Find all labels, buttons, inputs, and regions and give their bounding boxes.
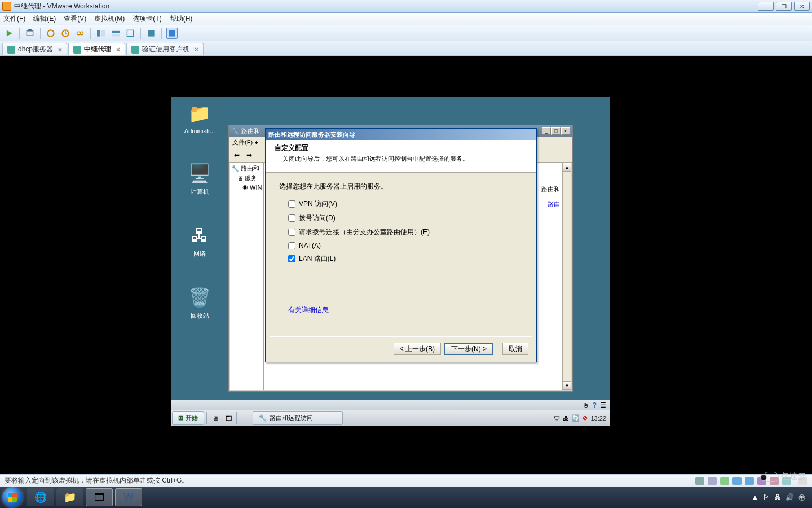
fullscreen-icon[interactable] <box>145 28 157 39</box>
back-button[interactable]: < 上一步(B) <box>394 343 441 355</box>
svg-rect-9 <box>112 30 120 33</box>
minimize-button[interactable]: _ <box>542 127 551 135</box>
tab-dhcp[interactable]: dhcp服务器 × <box>2 43 67 55</box>
tree-win[interactable]: ◉ WIN <box>231 183 262 191</box>
menu-file[interactable]: 文件(F) <box>3 14 25 24</box>
menu-icon[interactable]: ☰ <box>600 401 606 409</box>
tree-server[interactable]: 🖥 服务 <box>231 173 262 183</box>
scroll-down-icon[interactable]: ▼ <box>563 381 571 390</box>
desktop-icon-network[interactable]: 🖧 网络 <box>180 223 219 258</box>
checkbox-demand[interactable] <box>288 229 295 236</box>
host-task-ie[interactable]: 🌐 <box>27 488 54 506</box>
help-icon[interactable]: ? <box>593 401 597 409</box>
close-icon[interactable]: × <box>116 46 120 54</box>
info-icon[interactable]: 🖱 <box>582 401 589 409</box>
menu-file[interactable]: 文件(F) <box>232 138 253 147</box>
device-floppy-icon[interactable] <box>720 477 729 485</box>
host-task-explorer[interactable]: 📁 <box>56 488 83 506</box>
checkbox-nat[interactable] <box>288 242 295 249</box>
snapshot-icon[interactable] <box>24 28 36 39</box>
option-vpn[interactable]: VPN 访问(V) <box>279 197 523 211</box>
svg-rect-1 <box>27 30 33 35</box>
vm-icon <box>131 46 139 54</box>
maximize-button[interactable]: □ <box>551 127 561 135</box>
svg-point-6 <box>80 32 83 35</box>
snapshot-take-icon[interactable] <box>45 28 56 39</box>
menu-vm[interactable]: 虚拟机(M) <box>94 14 125 24</box>
mmc-tree[interactable]: 🔧 路由和 🖥 服务 ◉ WIN <box>230 163 264 390</box>
start-button[interactable]: ⊞ 开始 <box>172 411 204 425</box>
checkbox-lan[interactable] <box>288 255 295 262</box>
separator <box>161 28 162 39</box>
separator <box>206 412 207 424</box>
close-icon[interactable]: × <box>58 46 62 54</box>
back-icon[interactable]: ⬅ <box>231 150 242 161</box>
option-dial[interactable]: 拨号访问(D) <box>279 211 523 225</box>
menu-view[interactable]: 查看(V) <box>64 14 86 24</box>
power-on-icon[interactable] <box>3 28 15 39</box>
cancel-button[interactable]: 取消 <box>502 343 528 355</box>
tray-ime-icon[interactable]: ㊥ <box>798 493 805 502</box>
tray-network-icon[interactable]: 🖧 <box>563 415 569 422</box>
tab-client[interactable]: 验证使用客户机 × <box>126 43 204 55</box>
tab-label: 验证使用客户机 <box>142 45 189 54</box>
option-lan[interactable]: LAN 路由(L) <box>279 252 523 266</box>
wizard-titlebar[interactable]: 路由和远程访问服务器安装向导 <box>266 129 536 140</box>
desktop-icon-admin[interactable]: 📁 Administr... <box>180 101 219 134</box>
device-network-icon[interactable] <box>732 477 742 485</box>
view-thumbnail-icon[interactable] <box>110 28 121 39</box>
taskbar-item-rras[interactable]: 🔧 路由和远程访问 <box>253 411 343 425</box>
option-nat[interactable]: NAT(A) <box>279 239 523 252</box>
menu-more[interactable]: ♦ <box>255 139 258 146</box>
snapshot-revert-icon[interactable] <box>60 28 71 39</box>
minimize-button[interactable]: — <box>758 2 774 11</box>
wizard-title: 路由和远程访问服务器安装向导 <box>268 130 355 139</box>
view-unity-icon[interactable] <box>125 28 136 39</box>
tray-update-icon[interactable]: 🔄 <box>572 414 580 422</box>
tab-relay[interactable]: 中继代理 × <box>68 43 125 55</box>
tray-network-icon[interactable]: 🖧 <box>774 493 781 501</box>
host-task-vmware[interactable]: 🗔 <box>86 488 113 506</box>
menu-edit[interactable]: 编辑(E) <box>33 14 56 24</box>
device-network2-icon[interactable] <box>745 477 754 485</box>
close-button[interactable]: ✕ <box>794 2 810 11</box>
content-link[interactable]: 路由 <box>548 200 560 208</box>
close-icon[interactable]: × <box>195 46 198 54</box>
view-console-icon[interactable] <box>95 28 107 39</box>
scroll-up-icon[interactable]: ▲ <box>563 163 571 172</box>
vm-display-area[interactable]: 📁 Administr... 🖥️ 计算机 🖧 网络 🗑️ 回收站 🔧 路由和 … <box>0 56 812 474</box>
icon-label: Administr... <box>180 128 219 134</box>
desktop-icon-recycle[interactable]: 🗑️ 回收站 <box>180 285 219 320</box>
host-task-word[interactable]: W <box>115 488 142 506</box>
host-start-button[interactable] <box>2 487 23 507</box>
network-icon: 🖧 <box>187 223 212 248</box>
tray-up-icon[interactable]: ▲ <box>752 493 758 501</box>
quicklaunch-desktop-icon[interactable]: 🖥 <box>209 413 220 424</box>
tray-security-icon[interactable]: 🛡 <box>554 415 560 422</box>
guest-desktop[interactable]: 📁 Administr... 🖥️ 计算机 🖧 网络 🗑️ 回收站 🔧 路由和 … <box>171 97 610 426</box>
device-hdd-icon[interactable] <box>695 477 704 485</box>
menu-help[interactable]: 帮助(H) <box>170 14 193 24</box>
icon-label: 网络 <box>180 249 219 258</box>
checkbox-dial[interactable] <box>288 214 295 222</box>
menu-tabs[interactable]: 选项卡(T) <box>133 14 161 24</box>
tree-root[interactable]: 🔧 路由和 <box>231 164 262 173</box>
desktop-icon-computer[interactable]: 🖥️ 计算机 <box>180 161 219 196</box>
vm-icon <box>73 46 81 54</box>
device-cd-icon[interactable] <box>708 477 717 485</box>
more-info-link[interactable]: 有关详细信息 <box>288 305 329 315</box>
forward-icon[interactable]: ➡ <box>244 150 255 161</box>
maximize-button[interactable]: ❐ <box>776 2 792 11</box>
next-button[interactable]: 下一步(N) > <box>444 343 493 355</box>
checkbox-vpn[interactable] <box>288 200 295 208</box>
close-button[interactable]: × <box>561 127 570 135</box>
scrollbar[interactable]: ▲ ▼ <box>562 163 571 390</box>
tray-action-icon[interactable]: 🏳 <box>763 493 770 501</box>
tray-volume-icon[interactable]: 🔊 <box>785 493 794 501</box>
tray-alert-icon[interactable]: ⊘ <box>582 414 588 422</box>
unity-mode-icon[interactable] <box>166 28 178 39</box>
guest-clock[interactable]: 13:22 <box>590 415 606 422</box>
quicklaunch-explorer-icon[interactable]: 🗔 <box>223 413 234 424</box>
option-demand[interactable]: 请求拨号连接（由分支办公室路由使用）(E) <box>279 225 523 239</box>
snapshot-manager-icon[interactable] <box>74 28 86 39</box>
